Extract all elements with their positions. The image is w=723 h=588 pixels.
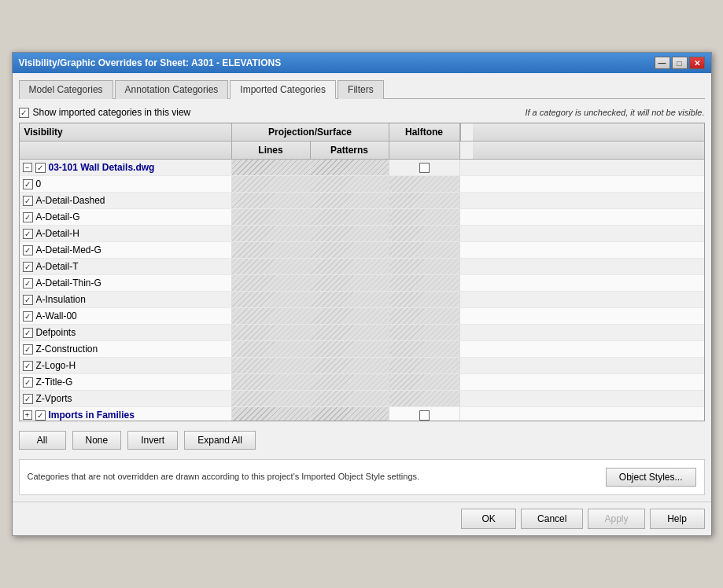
table-row: Z-Vports: [20, 391, 704, 407]
lines-cell: [232, 259, 311, 274]
visibility-cell: Z-Vports: [20, 391, 232, 406]
row-checkbox[interactable]: [23, 245, 33, 255]
tab-filters[interactable]: Filters: [338, 80, 384, 99]
patterns-cell: [311, 176, 389, 192]
halftone-checkbox[interactable]: [419, 410, 430, 421]
content-area: Model Categories Annotation Categories I…: [13, 73, 711, 502]
row-checkbox[interactable]: [23, 295, 33, 305]
visibility-cell: A-Detail-Med-G: [20, 242, 232, 258]
visibility-table: Visibility Projection/Surface Halftone L…: [19, 123, 705, 421]
patterns-cell: [311, 358, 389, 373]
visibility-cell: A-Wall-00: [20, 308, 232, 324]
col-lines: Lines: [232, 141, 311, 159]
expand-all-button[interactable]: Expand All: [184, 431, 256, 450]
title-bar: Visibility/Graphic Overrides for Sheet: …: [13, 53, 711, 73]
main-window: Visibility/Graphic Overrides for Sheet: …: [12, 52, 712, 536]
halftone-cell: [389, 226, 460, 241]
table-rows-area[interactable]: − 03-101 Wall Details.dwg: [20, 160, 704, 421]
lines-cell: [232, 358, 311, 373]
row-checkbox[interactable]: [23, 262, 33, 272]
halftone-cell: [389, 407, 460, 421]
table-row: 0: [20, 176, 704, 193]
table-row: A-Insulation: [20, 292, 704, 308]
visibility-cell: A-Detail-Thin-G: [20, 275, 232, 291]
expand-button[interactable]: −: [23, 163, 32, 172]
col-patterns: Patterns: [311, 141, 389, 159]
row-label: A-Insulation: [36, 294, 86, 305]
lines-cell: [232, 292, 311, 307]
visibility-cell: Defpoints: [20, 325, 232, 340]
tab-imported-categories[interactable]: Imported Categories: [230, 80, 336, 99]
cancel-button[interactable]: Cancel: [521, 509, 583, 529]
table-row: A-Detail-Med-G: [20, 242, 704, 259]
halftone-cell: [389, 391, 460, 406]
halftone-cell: [389, 308, 460, 324]
maximize-button[interactable]: □: [672, 57, 688, 69]
row-label: A-Detail-G: [36, 211, 80, 222]
patterns-cell: [311, 209, 389, 225]
apply-button[interactable]: Apply: [588, 509, 644, 529]
row-checkbox[interactable]: [23, 394, 33, 404]
row-checkbox[interactable]: [35, 410, 46, 421]
row-checkbox[interactable]: [23, 311, 33, 322]
row-checkbox[interactable]: [23, 344, 33, 355]
all-button[interactable]: All: [19, 431, 66, 450]
patterns-cell: [311, 193, 389, 208]
row-checkbox[interactable]: [23, 377, 33, 388]
show-categories-checkbox[interactable]: [19, 108, 29, 118]
halftone-cell: [389, 325, 460, 340]
table-row: A-Detail-Thin-G: [20, 275, 704, 292]
ok-button[interactable]: OK: [461, 509, 516, 529]
lines-cell: [232, 374, 311, 390]
object-styles-button[interactable]: Object Styles...: [606, 468, 696, 487]
tab-annotation-categories[interactable]: Annotation Categories: [115, 80, 229, 99]
visibility-cell: A-Insulation: [20, 292, 232, 307]
row-checkbox[interactable]: [35, 163, 46, 173]
expand-button[interactable]: +: [23, 410, 32, 420]
none-button[interactable]: None: [72, 431, 122, 450]
row-checkbox[interactable]: [23, 361, 33, 371]
close-button[interactable]: ✕: [689, 57, 705, 69]
visibility-cell: A-Detail-G: [20, 209, 232, 225]
show-row: Show imported categories in this view If…: [19, 107, 705, 118]
patterns-cell: [311, 259, 389, 274]
patterns-cell: [311, 374, 389, 390]
footer: OK Cancel Apply Help: [13, 502, 711, 535]
lines-cell: [232, 308, 311, 324]
visibility-cell: − 03-101 Wall Details.dwg: [20, 160, 232, 175]
table-row: + Imports in Families: [20, 407, 704, 421]
lines-cell: [232, 275, 311, 291]
row-checkbox[interactable]: [23, 328, 33, 338]
row-label: A-Detail-H: [36, 228, 79, 239]
patterns-cell: [311, 407, 389, 421]
table-row: A-Detail-Dashed: [20, 193, 704, 209]
tab-model-categories[interactable]: Model Categories: [19, 80, 113, 99]
row-label: Imports in Families: [49, 410, 135, 421]
help-button[interactable]: Help: [650, 509, 705, 529]
hint-text: If a category is unchecked, it will not …: [525, 108, 704, 117]
halftone-cell: [389, 275, 460, 291]
halftone-cell: [389, 160, 460, 175]
visibility-cell: A-Detail-Dashed: [20, 193, 232, 208]
row-label: Z-Vports: [36, 393, 72, 404]
row-checkbox[interactable]: [23, 278, 33, 288]
row-checkbox[interactable]: [23, 212, 33, 222]
table-row: A-Detail-T: [20, 259, 704, 275]
lines-cell: [232, 407, 311, 421]
row-checkbox[interactable]: [23, 179, 33, 189]
invert-button[interactable]: Invert: [127, 431, 178, 450]
table-row: Z-Construction: [20, 341, 704, 358]
row-checkbox[interactable]: [23, 196, 33, 206]
table-row: − 03-101 Wall Details.dwg: [20, 160, 704, 176]
table-header-row1: Visibility Projection/Surface Halftone: [20, 123, 704, 141]
info-box: Categories that are not overridden are d…: [19, 459, 705, 495]
halftone-cell: [389, 341, 460, 357]
visibility-cell: 0: [20, 176, 232, 192]
minimize-button[interactable]: —: [655, 57, 670, 69]
row-checkbox[interactable]: [23, 229, 33, 239]
col-halftone-sub: [389, 141, 460, 159]
col-projection-surface: Projection/Surface: [232, 123, 389, 141]
visibility-cell: A-Detail-T: [20, 259, 232, 274]
row-label: Defpoints: [36, 327, 76, 338]
halftone-checkbox[interactable]: [419, 163, 430, 173]
